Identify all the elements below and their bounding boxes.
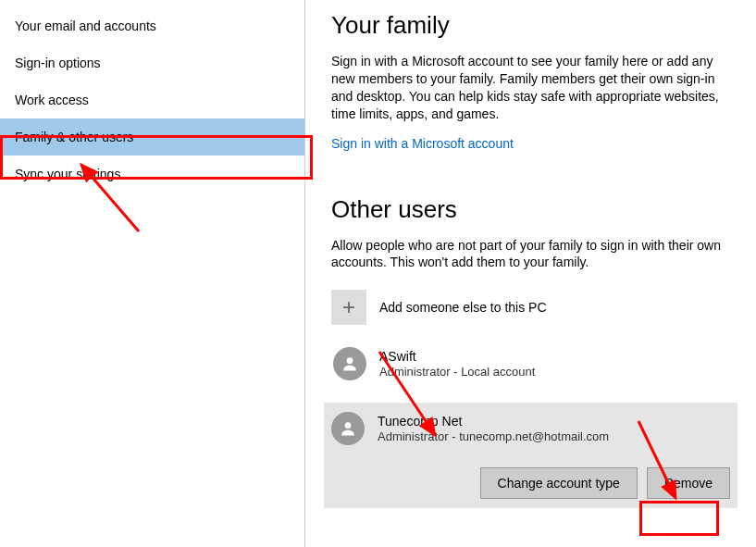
sidebar-item-label: Work access	[15, 93, 89, 107]
sidebar-item-label: Sync your settings	[15, 167, 120, 181]
avatar-icon	[331, 412, 365, 445]
user-name: Tunecomp Net	[378, 413, 609, 429]
family-title: Your family	[331, 11, 730, 40]
svg-point-0	[347, 358, 353, 365]
sidebar-item-label: Family & other users	[15, 130, 133, 144]
change-account-type-button[interactable]: Change account type	[480, 467, 638, 499]
sidebar-item-sync-settings[interactable]: Sync your settings	[0, 155, 304, 193]
user-row[interactable]: ASwift Administrator - Local account	[331, 342, 730, 386]
sidebar: Your email and accounts Sign-in options …	[0, 0, 305, 547]
user-row-selected[interactable]: Tunecomp Net Administrator - tunecomp.ne…	[324, 403, 737, 508]
user-subtext: Administrator - Local account	[379, 365, 535, 380]
signin-microsoft-link[interactable]: Sign in with a Microsoft account	[331, 136, 730, 151]
user-name: ASwift	[379, 348, 535, 365]
other-users-description: Allow people who are not part of your fa…	[331, 237, 730, 272]
sidebar-item-label: Sign-in options	[15, 56, 101, 70]
other-users-title: Other users	[331, 195, 730, 224]
svg-point-1	[345, 423, 352, 429]
add-user-button[interactable]: + Add someone else to this PC	[331, 290, 730, 325]
main-content: Your family Sign in with a Microsoft acc…	[305, 0, 756, 547]
sidebar-item-work-access[interactable]: Work access	[0, 81, 304, 118]
remove-button[interactable]: Remove	[647, 467, 730, 499]
sidebar-item-signin-options[interactable]: Sign-in options	[0, 44, 304, 81]
sidebar-item-label: Your email and accounts	[15, 19, 156, 33]
plus-icon: +	[331, 290, 366, 325]
user-subtext: Administrator - tunecomp.net@hotmail.com	[378, 429, 609, 445]
avatar-icon	[333, 347, 366, 380]
add-user-label: Add someone else to this PC	[379, 300, 547, 315]
family-description: Sign in with a Microsoft account to see …	[331, 53, 730, 123]
sidebar-item-family-other-users[interactable]: Family & other users	[0, 118, 304, 155]
sidebar-item-email-accounts[interactable]: Your email and accounts	[0, 7, 304, 44]
